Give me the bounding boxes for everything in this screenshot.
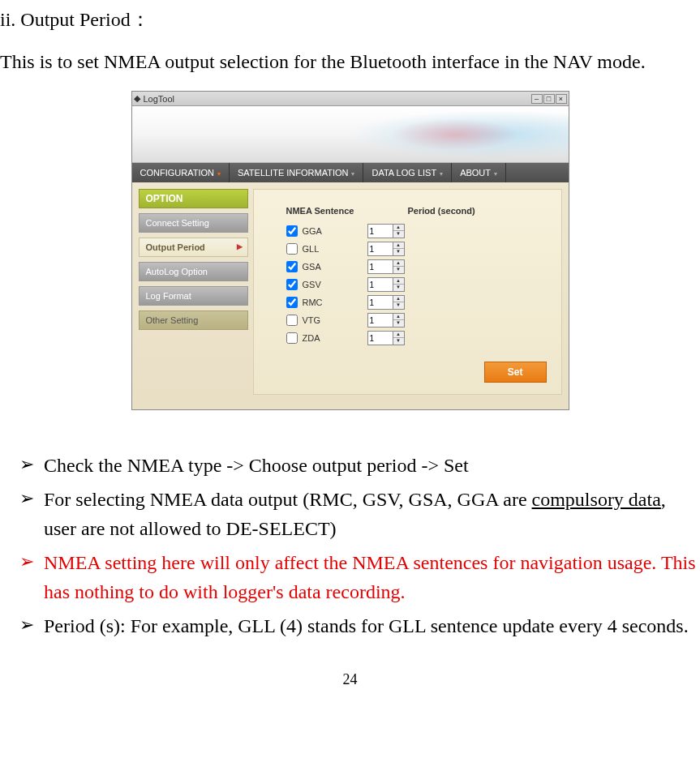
label-gsa: GSA [303,262,367,272]
period-input-vtg[interactable] [368,314,393,327]
tab-configuration[interactable]: CONFIGURATION▾ [132,163,230,182]
spin-down-icon[interactable]: ▼ [393,249,404,255]
period-spinner-zda[interactable]: ▲▼ [367,331,405,345]
checkbox-gsv[interactable] [286,279,298,290]
label-rmc: RMC [303,298,367,307]
period-input-zda[interactable] [368,332,393,345]
period-spinner-vtg[interactable]: ▲▼ [367,313,405,328]
sidebar-item-autolog-option[interactable]: AutoLog Option [139,262,248,281]
checkbox-gll[interactable] [286,243,298,255]
nmea-row-vtg: VTG▲▼ [286,313,545,328]
period-spinner-gsa[interactable]: ▲▼ [367,259,405,274]
spin-down-icon[interactable]: ▼ [393,320,404,327]
main-navbar: CONFIGURATION▾ SATELLITE INFORMATION▾ DA… [132,163,569,182]
checkbox-vtg[interactable] [286,315,298,326]
bullet-4: Period (s): For example, GLL (4) stands … [19,611,700,640]
label-gll: GLL [303,244,367,254]
content-panel: NMEA Sentence Period (second) GGA▲▼GLL▲▼… [253,189,562,395]
instruction-list: Check the NMEA type -> Choose output per… [19,451,700,640]
tab-data-log-list[interactable]: DATA LOG LIST▾ [363,163,452,182]
nmea-row-gll: GLL▲▼ [286,242,545,256]
section-heading: ii. Output Period： [0,6,700,32]
bullet-2-underline: compulsory data [532,489,661,510]
window-title: LogTool [144,94,175,104]
sidebar-item-other-setting[interactable]: Other Setting [139,310,248,330]
option-sidebar: OPTION Connect Setting Output Period Aut… [139,189,248,395]
intro-paragraph: This is to set NMEA output selection for… [0,49,700,75]
period-spinner-gsv[interactable]: ▲▼ [367,277,405,292]
page-number: 24 [0,671,700,688]
logtool-window: ◆ LogTool – □ × CONFIGURATION▾ SATELLITE… [131,91,569,410]
label-vtg: VTG [303,315,367,325]
period-input-rmc[interactable] [368,296,393,309]
spin-up-icon[interactable]: ▲ [393,296,404,302]
label-zda: ZDA [303,333,367,343]
sidebar-header: OPTION [139,189,248,208]
nmea-row-gsa: GSA▲▼ [286,259,545,274]
nmea-row-gsv: GSV▲▼ [286,277,545,292]
spin-up-icon[interactable]: ▲ [393,332,404,338]
bullet-2-text-a: For selecting NMEA data output (RMC, GSV… [44,489,532,510]
period-input-gll[interactable] [368,242,393,255]
spin-up-icon[interactable]: ▲ [393,242,404,249]
spin-down-icon[interactable]: ▼ [393,285,404,291]
set-button[interactable]: Set [484,362,547,383]
bullet-3-warning: NMEA setting here will only affect the N… [19,548,700,606]
period-input-gsa[interactable] [368,260,393,273]
label-gga: GGA [303,226,367,236]
bullet-1: Check the NMEA type -> Choose output per… [19,451,700,480]
close-button[interactable]: × [556,94,567,104]
column-header-sentence: NMEA Sentence [286,206,367,216]
window-titlebar: ◆ LogTool – □ × [132,92,569,106]
nmea-row-rmc: RMC▲▼ [286,295,545,310]
checkbox-gga[interactable] [286,225,298,237]
spin-up-icon[interactable]: ▲ [393,260,404,267]
spin-down-icon[interactable]: ▼ [393,267,404,273]
window-icon: ◆ [134,93,140,104]
period-spinner-gll[interactable]: ▲▼ [367,242,405,256]
checkbox-gsa[interactable] [286,261,298,272]
maximize-button[interactable]: □ [543,94,555,104]
period-input-gsv[interactable] [368,278,393,291]
spin-down-icon[interactable]: ▼ [393,302,404,309]
period-spinner-rmc[interactable]: ▲▼ [367,295,405,310]
sidebar-item-log-format[interactable]: Log Format [139,286,248,306]
banner-graphic [132,106,569,163]
sidebar-item-output-period[interactable]: Output Period [139,238,248,257]
spin-up-icon[interactable]: ▲ [393,314,404,320]
tab-about[interactable]: ABOUT▾ [452,163,506,182]
nmea-row-gga: GGA▲▼ [286,224,545,238]
label-gsv: GSV [303,280,367,289]
column-header-period: Period (second) [408,206,475,216]
nmea-row-zda: ZDA▲▼ [286,331,545,345]
checkbox-rmc[interactable] [286,297,298,308]
spin-up-icon[interactable]: ▲ [393,225,404,231]
checkbox-zda[interactable] [286,332,298,344]
period-input-gga[interactable] [368,225,393,238]
minimize-button[interactable]: – [531,94,543,104]
spin-up-icon[interactable]: ▲ [393,278,404,285]
sidebar-item-connect-setting[interactable]: Connect Setting [139,213,248,233]
spin-down-icon[interactable]: ▼ [393,231,404,238]
period-spinner-gga[interactable]: ▲▼ [367,224,405,238]
bullet-2: For selecting NMEA data output (RMC, GSV… [19,485,700,543]
spin-down-icon[interactable]: ▼ [393,338,404,345]
tab-satellite-info[interactable]: SATELLITE INFORMATION▾ [230,163,364,182]
